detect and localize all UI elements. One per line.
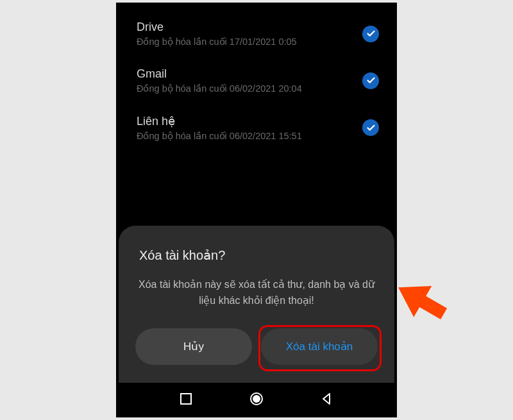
sync-subtitle: Đồng bộ hóa lần cuối 17/01/2021 0:05 [137, 37, 362, 47]
sync-item-contacts[interactable]: Liên hệ Đồng bộ hóa lần cuối 06/02/2021 … [119, 104, 394, 151]
sync-title: Drive [137, 21, 362, 34]
remove-account-dialog: Xóa tài khoản? Xóa tài khoản này sẽ xóa … [119, 226, 394, 383]
sync-item-drive[interactable]: Drive Đồng bộ hóa lần cuối 17/01/2021 0:… [119, 10, 394, 57]
dialog-title: Xóa tài khoản? [139, 248, 378, 263]
check-icon[interactable] [362, 72, 379, 89]
check-icon[interactable] [362, 26, 379, 42]
sync-item-gmail[interactable]: Gmail Đồng bộ hóa lần cuối 06/02/2021 20… [119, 57, 394, 104]
dialog-message: Xóa tài khoản này sẽ xóa tất cả thư, dan… [135, 277, 378, 309]
confirm-remove-button[interactable]: Xóa tài khoản [261, 328, 378, 365]
back-button[interactable] [314, 386, 340, 412]
arrow-annotation-icon [391, 269, 455, 327]
dialog-overlay: Xóa tài khoản? Xóa tài khoản này sẽ xóa … [119, 226, 394, 383]
dialog-buttons: Hủy Xóa tài khoản [135, 328, 378, 365]
phone-screen: Drive Đồng bộ hóa lần cuối 17/01/2021 0:… [119, 5, 394, 415]
sync-info: Drive Đồng bộ hóa lần cuối 17/01/2021 0:… [137, 21, 362, 47]
svg-rect-0 [181, 394, 191, 404]
recent-apps-button[interactable] [173, 386, 199, 412]
sync-title: Gmail [137, 67, 362, 81]
home-button[interactable] [244, 386, 269, 412]
svg-point-2 [253, 396, 260, 402]
navigation-bar [119, 383, 394, 415]
sync-info: Gmail Đồng bộ hóa lần cuối 06/02/2021 20… [137, 67, 362, 94]
sync-info: Liên hệ Đồng bộ hóa lần cuối 06/02/2021 … [137, 114, 362, 141]
phone-frame: Drive Đồng bộ hóa lần cuối 17/01/2021 0:… [116, 3, 397, 417]
sync-subtitle: Đồng bộ hóa lần cuối 06/02/2021 20:04 [137, 83, 362, 94]
check-icon[interactable] [362, 119, 379, 136]
sync-title: Liên hệ [137, 114, 362, 128]
sync-subtitle: Đồng bộ hóa lần cuối 06/02/2021 15:51 [137, 131, 362, 141]
cancel-button[interactable]: Hủy [135, 328, 252, 365]
